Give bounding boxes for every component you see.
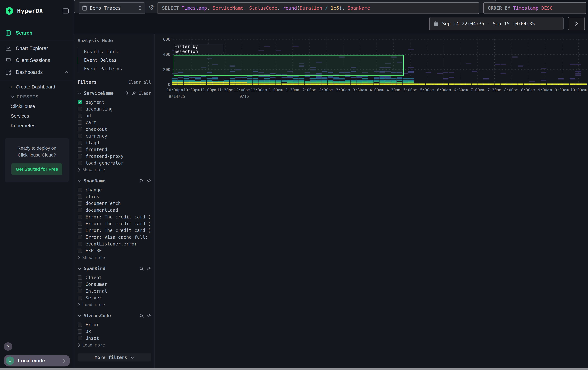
checkbox-unchecked[interactable]: [78, 329, 82, 334]
filter-option[interactable]: documentFetch: [78, 200, 151, 207]
pin-icon[interactable]: [146, 179, 151, 183]
filter-option[interactable]: Error: The credit card (…: [78, 227, 151, 234]
client-sessions-icon: [5, 57, 11, 63]
filter-option[interactable]: change: [78, 186, 151, 193]
filter-option[interactable]: Client: [78, 274, 151, 281]
analysis-option-event-deltas[interactable]: Event Deltas: [78, 56, 151, 64]
analysis-option-event-patterns[interactable]: Event Patterns: [78, 64, 151, 73]
sidebar-item-search[interactable]: Search: [0, 27, 74, 39]
filter-group-header[interactable]: ServiceNameClear: [78, 90, 151, 96]
show-more-link[interactable]: Load more: [78, 341, 151, 349]
clear-link[interactable]: Clear: [138, 91, 151, 96]
filter-option[interactable]: ad: [78, 112, 151, 119]
run-query-button[interactable]: [568, 17, 585, 30]
create-dashboard-button[interactable]: + Create Dashboard: [0, 82, 74, 92]
sidebar-item-dashboards[interactable]: Dashboards: [0, 66, 74, 78]
filter-option[interactable]: Error: The credit card (…: [78, 220, 151, 227]
filter-option[interactable]: EXPIRE: [78, 247, 151, 254]
pin-icon[interactable]: [131, 91, 136, 96]
collapse-sidebar-icon[interactable]: [63, 8, 69, 14]
filter-option[interactable]: cart: [78, 119, 151, 126]
get-started-button[interactable]: Get Started for Free: [11, 163, 62, 175]
filter-option[interactable]: payment: [78, 99, 151, 106]
search-icon[interactable]: [139, 179, 144, 183]
filter-group-header[interactable]: SpanKind: [78, 266, 151, 271]
checkbox-unchecked[interactable]: [78, 134, 82, 138]
filter-option[interactable]: Unset: [78, 335, 151, 341]
filter-option[interactable]: eventListener.error: [78, 240, 151, 247]
checkbox-unchecked[interactable]: [78, 215, 82, 219]
y-tick-label: 600: [161, 37, 170, 42]
y-tick-label: 400: [161, 52, 170, 57]
preset-item-services[interactable]: Services: [0, 111, 74, 121]
search-icon[interactable]: [139, 266, 144, 271]
checkbox-unchecked[interactable]: [78, 147, 82, 152]
checkbox-unchecked[interactable]: [78, 188, 82, 192]
checkbox-unchecked[interactable]: [78, 120, 82, 125]
checkbox-unchecked[interactable]: [78, 322, 82, 327]
show-more-link[interactable]: Load more: [78, 301, 151, 308]
show-more-link[interactable]: Show more: [78, 166, 151, 173]
checkbox-unchecked[interactable]: [78, 282, 82, 287]
help-button[interactable]: ?: [4, 342, 12, 351]
filter-option[interactable]: currency: [78, 132, 151, 139]
checkbox-unchecked[interactable]: [78, 221, 82, 226]
account-menu[interactable]: U Local mode: [4, 355, 70, 366]
checkbox-unchecked[interactable]: [78, 228, 82, 233]
presets-toggle[interactable]: PRESETS: [0, 92, 74, 101]
sidebar-item-chart-explorer[interactable]: Chart Explorer: [0, 42, 74, 54]
filter-option[interactable]: Server: [78, 294, 151, 301]
pin-icon[interactable]: [146, 266, 151, 271]
filter-group-header[interactable]: StatusCode: [78, 313, 151, 318]
show-more-link[interactable]: Show more: [78, 254, 151, 261]
checkbox-unchecked[interactable]: [78, 194, 82, 199]
checkbox-unchecked[interactable]: [78, 249, 82, 253]
checkbox-unchecked[interactable]: [78, 127, 82, 131]
filter-option[interactable]: flagd: [78, 139, 151, 146]
filter-option[interactable]: Error: [78, 321, 151, 328]
sidebar-item-label: Client Sessions: [16, 57, 50, 63]
checkbox-unchecked[interactable]: [78, 107, 82, 111]
filter-group-header[interactable]: SpanName: [78, 178, 151, 184]
filter-option[interactable]: frontend-proxy: [78, 153, 151, 160]
search-icon[interactable]: [124, 91, 129, 96]
checkbox-unchecked[interactable]: [78, 154, 82, 159]
horizontal-scrollbar[interactable]: [0, 368, 588, 370]
preset-item-kubernetes[interactable]: Kubernetes: [0, 121, 74, 130]
filter-option[interactable]: Internal: [78, 288, 151, 294]
checkbox-unchecked[interactable]: [78, 201, 82, 206]
sidebar-item-client-sessions[interactable]: Client Sessions: [0, 54, 74, 66]
analysis-option-results-table[interactable]: Results Table: [78, 48, 151, 56]
checkbox-unchecked[interactable]: [78, 208, 82, 212]
checkbox-unchecked[interactable]: [78, 140, 82, 145]
filter-option[interactable]: load-generator: [78, 160, 151, 166]
filter-option[interactable]: click: [78, 193, 151, 200]
more-filters-button[interactable]: More filters: [78, 353, 151, 361]
filter-group-servicename: ServiceNameClearpaymentaccountingadcartc…: [78, 90, 151, 173]
filter-option[interactable]: checkout: [78, 126, 151, 132]
checkbox-checked[interactable]: [78, 100, 82, 104]
checkbox-unchecked[interactable]: [78, 235, 82, 239]
time-selection-box[interactable]: [174, 55, 404, 76]
filter-option[interactable]: frontend: [78, 146, 151, 153]
checkbox-unchecked[interactable]: [78, 114, 82, 118]
filter-by-selection-button[interactable]: Filter by Selection: [174, 45, 224, 53]
clear-all-link[interactable]: Clear all: [128, 80, 151, 85]
x-date-label: 9/15: [240, 94, 249, 99]
search-icon[interactable]: [139, 313, 144, 318]
filter-option[interactable]: accounting: [78, 106, 151, 112]
checkbox-unchecked[interactable]: [78, 242, 82, 246]
checkbox-unchecked[interactable]: [78, 296, 82, 300]
filter-option[interactable]: Error: Visa cache full: …: [78, 234, 151, 240]
filter-option[interactable]: Ok: [78, 328, 151, 335]
checkbox-unchecked[interactable]: [78, 289, 82, 293]
checkbox-unchecked[interactable]: [78, 161, 82, 165]
filter-option[interactable]: Consumer: [78, 281, 151, 288]
time-range-picker[interactable]: Sep 14 22:04:35 - Sep 15 10:04:35: [429, 17, 564, 30]
filter-option[interactable]: Error: The credit card (…: [78, 213, 151, 220]
pin-icon[interactable]: [146, 313, 151, 318]
preset-item-clickhouse[interactable]: ClickHouse: [0, 101, 74, 111]
checkbox-unchecked[interactable]: [78, 336, 82, 340]
filter-option[interactable]: documentLoad: [78, 207, 151, 213]
checkbox-unchecked[interactable]: [78, 275, 82, 280]
